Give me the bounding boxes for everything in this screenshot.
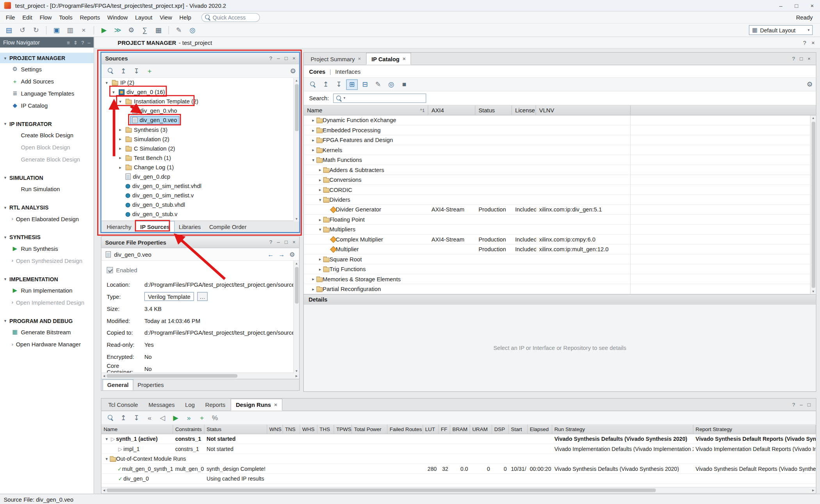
flownav-item-add-sources[interactable]: +Add Sources xyxy=(0,75,94,87)
tab-general[interactable]: General xyxy=(103,379,134,390)
chevron-right-icon[interactable]: ▸ xyxy=(317,177,323,182)
open-project-button[interactable]: ▤ xyxy=(3,25,14,35)
close-tab-icon[interactable]: × xyxy=(403,56,406,62)
search-button[interactable] xyxy=(105,66,116,76)
column-header-failed-routes[interactable]: Failed Routes xyxy=(387,425,423,434)
flownav-section-project-manager[interactable]: ▾PROJECT MANAGER xyxy=(0,53,94,63)
sources-vertical-scrollbar[interactable]: ▴ ▾ xyxy=(293,78,299,222)
expand-collapse-icon[interactable]: ⇕ xyxy=(73,39,78,45)
chevron-right-icon[interactable]: ▸ xyxy=(317,187,323,192)
tree-item-div-gen-0-sim-netlist-v[interactable]: div_gen_0_sim_netlist.v xyxy=(102,191,299,200)
catalog-row-conversions[interactable]: ▸Conversions xyxy=(304,175,816,185)
menu-window[interactable]: Window xyxy=(103,14,131,20)
column-header-ff[interactable]: FF xyxy=(439,425,450,434)
flownav-item-ip-catalog[interactable]: ◆IP Catalog xyxy=(0,99,94,111)
scrollbar-thumb[interactable] xyxy=(295,84,298,131)
chevron-down-icon[interactable]: ▾ xyxy=(317,227,323,232)
scroll-down-icon[interactable]: ▾ xyxy=(812,289,814,294)
quick-access-search[interactable]: Quick Access xyxy=(201,13,260,22)
tab-messages[interactable]: Messages xyxy=(143,399,180,411)
group-by-taxonomy-button[interactable]: ⊞ xyxy=(346,79,358,90)
column-header-dsp[interactable]: DSP xyxy=(492,425,509,434)
float-icon[interactable]: □ xyxy=(808,402,811,408)
close-icon[interactable]: × xyxy=(292,55,296,61)
close-icon[interactable]: × xyxy=(808,56,811,62)
run-row-synth-1-active[interactable]: ▾▷synth_1 (active)constrs_1Not startedVi… xyxy=(102,434,816,444)
scroll-up-icon[interactable]: ▴ xyxy=(812,115,814,121)
chevron-down-icon[interactable]: ▾ xyxy=(317,197,323,202)
column-header-whs[interactable]: WHS xyxy=(300,425,317,434)
tree-item-change-log-1[interactable]: ▸Change Log (1) xyxy=(102,163,299,172)
add-button[interactable]: + xyxy=(144,66,155,76)
flownav-section-program-and-debug[interactable]: ▾PROGRAM AND DEBUG xyxy=(0,316,94,326)
flownav-item-language-templates[interactable]: ≣Language Templates xyxy=(0,87,94,99)
catalog-row-fpga-features-and-design[interactable]: ▸FPGA Features and Design xyxy=(304,135,816,145)
column-header-status[interactable]: Status xyxy=(205,425,267,434)
close-tab-icon[interactable]: × xyxy=(358,56,361,62)
dock-icon[interactable]: ≡ xyxy=(67,39,70,45)
column-header-run-strategy[interactable]: Run Strategy xyxy=(552,425,693,434)
flownav-section-simulation[interactable]: ▾SIMULATION xyxy=(0,172,94,183)
chevron-right-icon[interactable]: ▸ xyxy=(117,165,123,170)
flownav-section-ip-integrator[interactable]: ▾IP INTEGRATOR xyxy=(0,119,94,129)
flownav-item-open-elaborated-design[interactable]: ›Open Elaborated Design xyxy=(0,213,94,225)
chevron-right-icon[interactable]: ▸ xyxy=(317,167,323,172)
search-button[interactable] xyxy=(105,412,116,423)
column-header-total-power[interactable]: Total Power xyxy=(352,425,387,434)
run-row-mult-gen-0-synth-1[interactable]: ✓mult_gen_0_synth_1mult_gen_0synth_desig… xyxy=(102,464,816,474)
scrollbar-thumb[interactable] xyxy=(107,374,237,378)
minimize-icon[interactable]: – xyxy=(800,402,802,408)
maximize-button[interactable]: □ xyxy=(789,0,804,11)
scroll-left-icon[interactable]: ◂ xyxy=(103,488,105,493)
tab-tcl-console[interactable]: Tcl Console xyxy=(103,399,143,411)
flownav-item-settings[interactable]: ⚙Settings xyxy=(0,63,94,75)
chevron-right-icon[interactable]: ▸ xyxy=(317,267,323,272)
tree-item-instantiation-template-2[interactable]: ▾Instantiation Template (2) xyxy=(102,97,299,106)
catalog-row-math-functions[interactable]: ▾Math Functions xyxy=(304,155,816,165)
tab-reports[interactable]: Reports xyxy=(200,399,230,411)
chevron-right-icon[interactable]: ▸ xyxy=(310,118,316,122)
catalog-row-embedded-processing[interactable]: ▸Embedded Processing xyxy=(304,125,816,135)
column-header-tpws[interactable]: TPWS xyxy=(334,425,352,434)
tab-hierarchy[interactable]: Hierarchy xyxy=(103,222,135,232)
close-tab-icon[interactable]: × xyxy=(274,402,277,408)
column-header-status[interactable]: Status xyxy=(475,106,512,115)
browse-button[interactable]: … xyxy=(197,292,208,301)
save-button[interactable]: ▣ xyxy=(51,25,62,35)
search-button[interactable] xyxy=(307,79,318,90)
catalog-row-cordic[interactable]: ▸CORDIC xyxy=(304,185,816,195)
collapse-all-button[interactable]: ↥ xyxy=(118,412,129,423)
help-icon[interactable]: ? xyxy=(792,402,795,408)
scroll-up-icon[interactable]: ▴ xyxy=(296,261,298,266)
flownav-item-generate-bitstream[interactable]: ▦Generate Bitstream xyxy=(0,326,94,338)
catalog-row-partial-reconfiguration[interactable]: ▸Partial Reconfiguration xyxy=(304,284,816,294)
flownav-item-run-synthesis[interactable]: ▶Run Synthesis xyxy=(0,242,94,254)
properties-horizontal-scrollbar[interactable]: ◂ ▸ xyxy=(102,373,299,379)
column-header-name[interactable]: Name xyxy=(102,425,173,434)
chevron-down-icon[interactable]: ▾ xyxy=(111,90,117,94)
flownav-item-open-block-design[interactable]: Open Block Design xyxy=(0,141,94,153)
flownav-item-create-block-design[interactable]: Create Block Design xyxy=(0,129,94,141)
ungroup-button[interactable]: ⊟ xyxy=(359,79,371,90)
column-header-lut[interactable]: LUT xyxy=(423,425,439,434)
tree-item-div-gen-0-vho[interactable]: div_gen_0.vho xyxy=(102,106,299,115)
collapse-all-button[interactable]: ↥ xyxy=(118,66,129,76)
scrollbar-thumb[interactable] xyxy=(811,122,815,288)
catalog-row-divider-generator[interactable]: Divider GeneratorAXI4-StreamProductionIn… xyxy=(304,205,816,215)
step-forward-button[interactable]: » xyxy=(183,412,194,423)
close-icon[interactable]: × xyxy=(811,39,815,46)
tree-item-div-gen-0-stub-vhdl[interactable]: div_gen_0_stub.vhdl xyxy=(102,200,299,209)
tab-ip-catalog[interactable]: IP Catalog× xyxy=(366,53,411,65)
scroll-left-icon[interactable]: ◂ xyxy=(103,374,105,378)
target-button[interactable]: ◎ xyxy=(385,79,397,90)
chevron-right-icon[interactable]: ▸ xyxy=(117,146,123,151)
menu-help[interactable]: Help xyxy=(176,14,195,20)
minimize-icon[interactable]: – xyxy=(277,239,280,245)
catalog-row-square-root[interactable]: ▸Square Root xyxy=(304,254,816,264)
catalog-row-complex-multiplier[interactable]: Complex MultiplierAXI4-StreamProductionI… xyxy=(304,234,816,244)
chevron-right-icon[interactable]: ▸ xyxy=(317,217,323,222)
chevron-right-icon[interactable]: ▸ xyxy=(117,137,123,141)
expand-all-button[interactable]: ↧ xyxy=(131,412,142,423)
tree-item-div-gen-0-stub-v[interactable]: div_gen_0_stub.v xyxy=(102,209,299,219)
back-icon[interactable]: ← xyxy=(267,250,274,258)
